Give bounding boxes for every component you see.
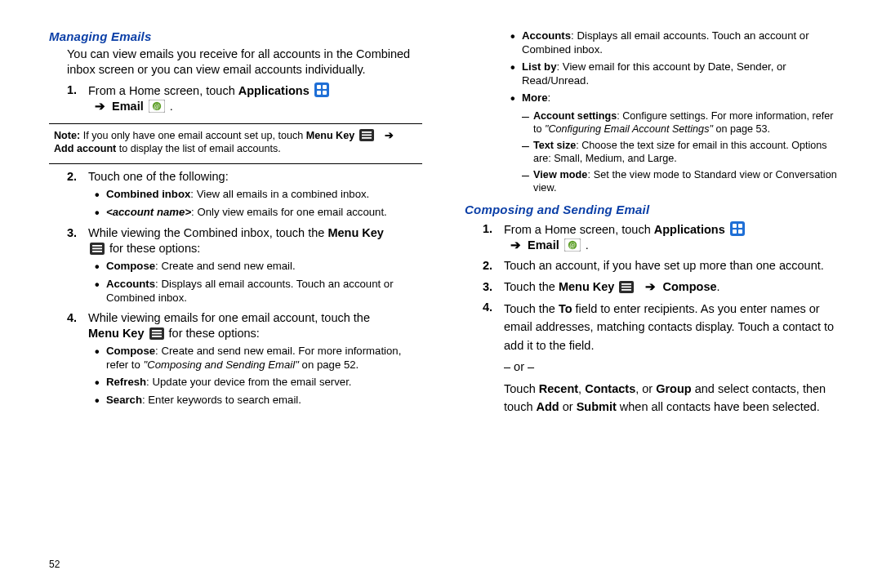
step-2: 2. Touch one of the following: — [67, 169, 422, 185]
note-block: Note: If you only have one email account… — [54, 129, 422, 155]
email-label: Email — [112, 100, 144, 113]
section-heading-managing-emails: Managing Emails — [49, 29, 422, 43]
step-4-text-a: While viewing emails for one email accou… — [88, 311, 370, 324]
group-label: Group — [656, 382, 692, 395]
account-name-placeholder: <account name> — [106, 206, 191, 218]
recent-label: Recent — [539, 382, 578, 395]
bullet-search: •Search: Enter keywords to search email. — [95, 394, 422, 408]
account-settings-ref-page: on page 53. — [713, 123, 770, 135]
step-3-text-b: for these options: — [106, 242, 200, 255]
step-2-text: Touch one of the following: — [88, 169, 422, 185]
applications-icon — [730, 221, 745, 236]
page-number: 52 — [49, 559, 60, 570]
step-number: 4. — [483, 300, 504, 416]
bullet-refresh: •Refresh: Update your device from the em… — [95, 376, 422, 390]
step-number: 3. — [483, 279, 504, 295]
combined-inbox-label: Combined inbox — [106, 188, 190, 200]
compose-ref: "Composing and Sending Email" — [143, 359, 298, 371]
email-icon — [149, 100, 165, 113]
step-1-text-a: From a Home screen, touch — [88, 84, 238, 97]
note-text-c: to display the list of email accounts. — [116, 143, 281, 154]
step-number: 4. — [67, 310, 88, 341]
intro-text: You can view emails you receive for all … — [67, 47, 422, 78]
bullet-combined-inbox: •Combined inbox: View all emails in a co… — [95, 188, 422, 203]
dash-view-mode: –View mode: Set the view mode to Standar… — [522, 168, 838, 194]
menu-key-icon — [619, 281, 634, 293]
compose-label: Compose — [663, 280, 717, 293]
applications-icon — [314, 82, 329, 97]
search-desc: : Enter keywords to search email. — [142, 394, 301, 406]
submit-label: Submit — [577, 400, 617, 413]
more-colon: : — [548, 91, 551, 104]
text-size-desc: : Choose the text size for email in this… — [533, 140, 827, 164]
combined-inbox-desc: : View all emails in a combined inbox. — [190, 188, 369, 200]
step-number: 2. — [483, 258, 504, 274]
or-separator: – or – — [504, 358, 838, 376]
right-column: •Accounts: Displays all email accounts. … — [443, 24, 838, 572]
compose-step-4-text-c3: when all contacts have been selected. — [617, 400, 820, 413]
step-3: 3. While viewing the Combined inbox, tou… — [67, 225, 422, 256]
compose-desc: : Create and send new email. — [155, 260, 296, 272]
applications-label: Applications — [654, 223, 725, 236]
note-menu-key: Menu Key — [306, 130, 354, 141]
note-prefix: Note: — [54, 130, 80, 141]
search-label: Search — [106, 394, 142, 406]
step-number: 3. — [67, 225, 88, 256]
menu-key-label: Menu Key — [327, 226, 384, 239]
compose-step-1: 1. From a Home screen, touch Application… — [483, 221, 838, 253]
compose-step-1-text: From a Home screen, touch — [504, 223, 654, 236]
refresh-label: Refresh — [106, 376, 146, 388]
manual-page: Managing Emails You can view emails you … — [0, 0, 882, 588]
arrow-icon: ➔ — [95, 99, 105, 114]
step-4: 4. While viewing emails for one email ac… — [67, 310, 422, 341]
compose-step-4: 4. Touch the To field to enter recipient… — [483, 300, 838, 416]
account-settings-label: Account settings — [533, 110, 617, 122]
compose-ref-page: on page 52. — [299, 359, 359, 371]
bullet-compose-ref: •Compose: Create and send new email. For… — [95, 345, 422, 372]
section-heading-composing: Composing and Sending Email — [465, 203, 838, 216]
compose-step-4-text-c1: Touch — [504, 382, 539, 395]
compose-label: Compose — [106, 345, 155, 357]
list-by-label: List by — [522, 60, 557, 73]
menu-key-label: Menu Key — [88, 327, 145, 340]
step-number: 2. — [67, 169, 88, 185]
email-label: Email — [528, 238, 559, 252]
compose-step-3-text-a: Touch the — [504, 280, 559, 293]
arrow-icon: ➔ — [645, 279, 656, 295]
note-separator-top — [49, 123, 422, 124]
menu-key-icon — [149, 327, 164, 340]
note-add-account: Add account — [54, 143, 116, 154]
text-size-label: Text size — [533, 140, 576, 151]
view-mode-label: View mode — [533, 169, 587, 180]
bullet-accounts: •Accounts: Displays all email accounts. … — [95, 278, 422, 305]
bullet-compose: •Compose: Create and send new email. — [95, 260, 422, 274]
add-label: Add — [537, 400, 559, 413]
applications-label: Applications — [238, 84, 310, 97]
menu-key-icon — [359, 129, 374, 141]
bullet-more: •More: — [510, 91, 838, 106]
arrow-icon: ➔ — [510, 238, 521, 253]
email-icon — [564, 238, 581, 252]
step-number: 1. — [483, 221, 504, 253]
contacts-label: Contacts — [585, 382, 635, 395]
menu-key-label: Menu Key — [559, 280, 615, 293]
note-separator-bottom — [49, 163, 422, 164]
account-name-desc: : Only view emails for one email account… — [191, 206, 387, 218]
compose-step-2: 2. Touch an account, if you have set up … — [483, 258, 838, 274]
bullet-account-name: •<account name>: Only view emails for on… — [95, 206, 422, 220]
bullet-list-by: •List by: View email for this account by… — [510, 60, 838, 88]
compose-step-2-text: Touch an account, if you have set up mor… — [504, 258, 838, 274]
dash-text-size: –Text size: Choose the text size for ema… — [522, 139, 838, 165]
menu-key-icon — [90, 243, 105, 255]
to-field-label: To — [559, 302, 572, 315]
accounts-label: Accounts — [106, 278, 155, 290]
step-1: 1. From a Home screen, touch Application… — [67, 82, 422, 114]
left-column: Managing Emails You can view emails you … — [49, 24, 443, 572]
step-number: 1. — [67, 82, 88, 114]
compose-label: Compose — [106, 260, 155, 272]
compose-step-4-text-a: Touch the — [504, 302, 559, 315]
step-4-text-b: for these options: — [166, 327, 260, 340]
refresh-desc: : Update your device from the email serv… — [146, 376, 351, 388]
compose-step-3: 3. Touch the Menu Key ➔ Compose. — [483, 279, 838, 295]
note-text-a: If you only have one email account set u… — [80, 130, 306, 141]
